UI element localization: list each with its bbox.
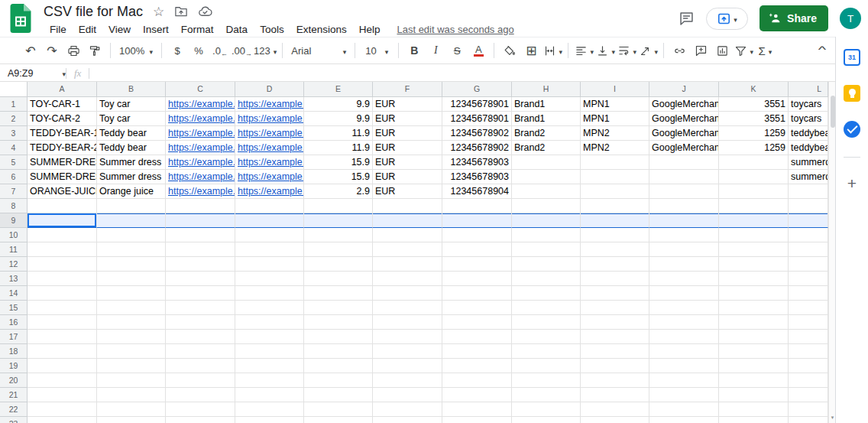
row-header-23[interactable]: 23	[0, 417, 28, 423]
cell-K14[interactable]	[719, 286, 789, 301]
fill-color-icon[interactable]	[500, 41, 520, 60]
cell-I18[interactable]	[581, 344, 649, 359]
cell-F18[interactable]	[373, 344, 442, 359]
cell-D4[interactable]: https://example.c	[235, 141, 304, 155]
cell-F2[interactable]: EUR	[373, 112, 442, 126]
cell-I1[interactable]: MPN1	[581, 97, 649, 112]
cell-C15[interactable]	[166, 301, 235, 315]
merge-cells-button[interactable]	[542, 41, 562, 60]
row-header-1[interactable]: 1	[0, 97, 28, 112]
cell-H8[interactable]	[512, 199, 581, 213]
cell-C2[interactable]: https://example.c	[166, 112, 235, 126]
cell-F19[interactable]	[373, 359, 442, 373]
name-box[interactable]: A9:Z9	[0, 68, 66, 79]
last-edit-link[interactable]: Last edit was seconds ago	[397, 24, 513, 35]
cell-D7[interactable]: https://example.c	[235, 184, 304, 199]
cell-J18[interactable]	[649, 344, 719, 359]
cell-J16[interactable]	[649, 315, 719, 330]
cell-L3[interactable]: teddybea	[789, 126, 828, 141]
cell-D5[interactable]: https://example.c	[235, 155, 304, 170]
cell-F7[interactable]: EUR	[373, 184, 442, 199]
cell-L1[interactable]: toycars	[789, 97, 828, 112]
cell-D21[interactable]	[235, 388, 304, 402]
cell-I16[interactable]	[581, 315, 649, 330]
cell-K12[interactable]	[719, 257, 789, 272]
cell-G20[interactable]	[442, 373, 512, 388]
menu-insert[interactable]: Insert	[137, 24, 175, 35]
cell-I19[interactable]	[581, 359, 649, 373]
cell-J10[interactable]	[649, 228, 719, 242]
cell-E4[interactable]: 11.9	[304, 141, 373, 155]
row-header-3[interactable]: 3	[0, 126, 28, 141]
cell-K5[interactable]	[719, 155, 789, 170]
cell-B3[interactable]: Teddy bear	[97, 126, 166, 141]
cell-F1[interactable]: EUR	[373, 97, 442, 112]
cell-L11[interactable]	[789, 242, 828, 257]
cell-C3[interactable]: https://example.c	[166, 126, 235, 141]
cell-K1[interactable]: 3551	[719, 97, 789, 112]
cell-H12[interactable]	[512, 257, 581, 272]
row-header-13[interactable]: 13	[0, 272, 28, 286]
cell-K19[interactable]	[719, 359, 789, 373]
menu-help[interactable]: Help	[353, 24, 387, 35]
cell-C7[interactable]: https://example.c	[166, 184, 235, 199]
cell-F15[interactable]	[373, 301, 442, 315]
cell-K20[interactable]	[719, 373, 789, 388]
undo-icon[interactable]	[21, 41, 40, 60]
cell-D11[interactable]	[235, 242, 304, 257]
functions-button[interactable]: Σ	[755, 41, 775, 60]
cell-J8[interactable]	[649, 199, 719, 213]
cell-I10[interactable]	[581, 228, 649, 242]
font-name-select[interactable]: Arial	[288, 41, 349, 60]
cell-D1[interactable]: https://example.c	[235, 97, 304, 112]
cell-A20[interactable]	[28, 373, 97, 388]
cell-C21[interactable]	[166, 388, 235, 402]
cell-D10[interactable]	[235, 228, 304, 242]
row-header-7[interactable]: 7	[0, 184, 28, 199]
cell-I6[interactable]	[581, 170, 649, 184]
cell-E23[interactable]	[304, 417, 373, 423]
cell-E6[interactable]: 15.9	[304, 170, 373, 184]
calendar-icon[interactable]: 31	[844, 49, 860, 66]
cell-F14[interactable]	[373, 286, 442, 301]
cell-B1[interactable]: Toy car	[97, 97, 166, 112]
cell-A16[interactable]	[28, 315, 97, 330]
row-header-10[interactable]: 10	[0, 228, 28, 242]
cell-J17[interactable]	[649, 330, 719, 344]
cell-K11[interactable]	[719, 242, 789, 257]
cell-E11[interactable]	[304, 242, 373, 257]
cell-K4[interactable]: 1259	[719, 141, 789, 155]
cell-H17[interactable]	[512, 330, 581, 344]
cell-L23[interactable]	[789, 417, 828, 423]
cell-K22[interactable]	[719, 402, 789, 417]
cell-J13[interactable]	[649, 272, 719, 286]
bold-button[interactable]: B	[404, 41, 424, 60]
cell-B2[interactable]: Toy car	[97, 112, 166, 126]
column-header-L[interactable]: L	[789, 82, 828, 97]
cell-J19[interactable]	[649, 359, 719, 373]
sheets-logo-icon[interactable]	[10, 4, 31, 33]
increase-decimal-button[interactable]: .00→	[232, 41, 252, 60]
menu-extensions[interactable]: Extensions	[290, 24, 353, 35]
cell-G17[interactable]	[442, 330, 512, 344]
cell-J11[interactable]	[649, 242, 719, 257]
cell-L15[interactable]	[789, 301, 828, 315]
cell-A11[interactable]	[28, 242, 97, 257]
cell-C5[interactable]: https://example.c	[166, 155, 235, 170]
cell-H23[interactable]	[512, 417, 581, 423]
cell-J2[interactable]: GoogleMerchant	[649, 112, 719, 126]
cell-I9[interactable]	[581, 213, 649, 228]
move-folder-icon[interactable]	[174, 5, 188, 18]
column-header-H[interactable]: H	[512, 82, 581, 97]
row-header-5[interactable]: 5	[0, 155, 28, 170]
cell-C9[interactable]	[166, 213, 235, 228]
cell-J23[interactable]	[649, 417, 719, 423]
cell-G9[interactable]	[442, 213, 512, 228]
column-header-G[interactable]: G	[442, 82, 512, 97]
cell-F16[interactable]	[373, 315, 442, 330]
cell-C8[interactable]	[166, 199, 235, 213]
formula-input[interactable]	[89, 65, 835, 81]
cell-J15[interactable]	[649, 301, 719, 315]
cell-A10[interactable]	[28, 228, 97, 242]
cell-A13[interactable]	[28, 272, 97, 286]
